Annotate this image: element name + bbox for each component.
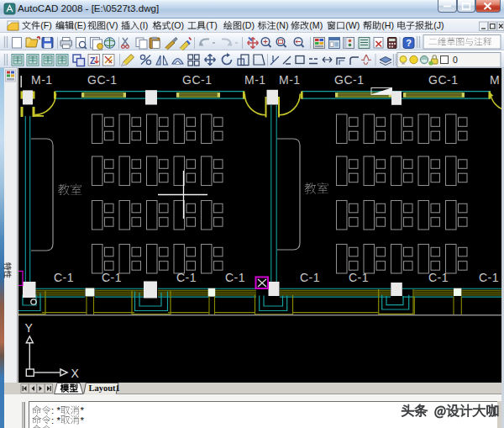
svg-text:GC-1: GC-1 — [87, 73, 117, 87]
svg-text:?: ? — [406, 38, 412, 48]
svg-text:(I): (I) — [139, 20, 148, 30]
svg-text:C-1: C-1 — [176, 271, 197, 284]
svg-text:C-1: C-1 — [54, 271, 74, 284]
svg-text:GC-1: GC-1 — [182, 73, 212, 87]
svg-text:(J): (J) — [433, 20, 444, 30]
svg-text:: *: : * — [51, 405, 60, 415]
svg-text:(N): (N) — [276, 20, 289, 30]
svg-text:X: X — [71, 367, 80, 380]
svg-text:M-1: M-1 — [279, 73, 301, 87]
svg-text:Z: Z — [90, 55, 96, 66]
svg-text:C-1: C-1 — [225, 271, 245, 284]
svg-text:M-1: M-1 — [31, 73, 53, 87]
svg-text:C-1: C-1 — [300, 271, 320, 284]
svg-text:0: 0 — [453, 55, 458, 65]
svg-text:(D): (D) — [242, 20, 255, 30]
svg-text:C-1: C-1 — [349, 271, 369, 284]
svg-text:GC-1: GC-1 — [428, 73, 458, 87]
svg-text:M: M — [490, 73, 500, 87]
svg-text:GC-1: GC-1 — [334, 73, 364, 87]
svg-text:C-1: C-1 — [428, 271, 449, 284]
svg-text:(O): (O) — [171, 20, 184, 30]
svg-text:(W): (W) — [345, 20, 360, 30]
svg-text:(M): (M) — [309, 20, 323, 30]
svg-text:AutoCAD 2008 - [E:\0527t3.dwg]: AutoCAD 2008 - [E:\0527t3.dwg] — [18, 3, 159, 13]
svg-text:(F): (F) — [40, 20, 52, 30]
svg-text:(E): (E) — [74, 20, 86, 30]
svg-text:Y: Y — [25, 321, 34, 335]
svg-text:M-1: M-1 — [244, 73, 266, 87]
svg-text:: *: : * — [51, 415, 60, 425]
svg-text:C-1: C-1 — [102, 271, 122, 284]
svg-text:*: * — [81, 405, 85, 415]
svg-text:(H): (H) — [381, 20, 394, 30]
svg-text:C-1: C-1 — [479, 271, 499, 284]
svg-text:*: * — [81, 415, 85, 425]
svg-text:(V): (V) — [106, 20, 118, 30]
svg-text:Layout1: Layout1 — [89, 383, 120, 393]
svg-text:(T): (T) — [206, 20, 218, 30]
